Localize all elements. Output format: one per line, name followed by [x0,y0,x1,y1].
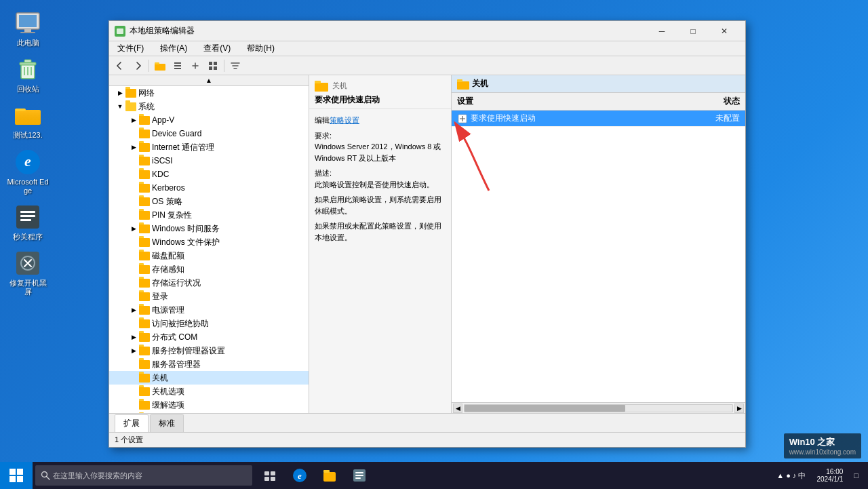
watermark-url: www.win10xitong.com [789,448,856,456]
taskbar-taskview-button[interactable] [258,463,282,488]
taskbar-search-box[interactable]: 在这里输入你要搜索的内容 [35,465,252,486]
tree-toggle-power[interactable]: ▶ [128,305,139,315]
desktop-icon-edge[interactable]: e Microsoft Edge [3,146,52,198]
maximize-button[interactable]: □ [677,21,709,41]
taskbar-pinned-apps: e [252,463,377,488]
tree-label-pin: PIN 复杂性 [152,210,192,221]
tree-item-access-denied[interactable]: ▶ 访问被拒绝协助 [109,317,309,330]
tree-item-disk-quota[interactable]: ▶ 磁盘配额 [109,249,309,262]
minimize-button[interactable]: ─ [646,21,677,41]
close-button[interactable]: ✕ [709,21,740,41]
svg-rect-22 [117,28,123,34]
tree-item-recovery[interactable]: ▶ 恢复 [109,412,309,413]
tree-folder-icon-kerberos [139,184,150,193]
toolbar-link-button[interactable] [187,58,203,74]
tray-notification[interactable]: □ [850,470,863,481]
desktop-icon-app[interactable]: 秒关程序 [3,201,52,244]
tree-item-dcom[interactable]: ▶ 分布式 COM [109,330,309,344]
svg-rect-51 [355,477,361,479]
tree-item-os-policy[interactable]: ▶ OS 策略 [109,195,309,208]
tree-panel[interactable]: ▲ ▶ 网络 ▼ 系统 ▶ App-V [109,75,309,413]
policy-edit-link[interactable]: 策略设置 [330,116,359,124]
tree-toggle-internet[interactable]: ▶ [128,142,139,153]
taskbar-explorer-icon[interactable] [317,463,342,488]
menu-file[interactable]: 文件(F) [112,41,149,56]
desktop-icon-my-computer[interactable]: 此电脑 [3,7,52,50]
tree-item-pin[interactable]: ▶ PIN 复杂性 [109,208,309,222]
desktop-icon-recover[interactable]: 修复开机黑屏 [3,247,52,299]
tree-item-scm[interactable]: ▶ 服务控制管理器设置 [109,344,309,357]
tree-item-file-protection[interactable]: ▶ Windows 文件保护 [109,235,309,249]
desktop-icon-recycle-bin[interactable]: 回收站 [3,53,52,96]
tree-scroll-up[interactable]: ▲ [109,75,309,86]
tree-item-appv[interactable]: ▶ App-V [109,113,309,127]
svg-rect-25 [174,62,181,64]
toolbar-list-button[interactable] [170,58,186,74]
tree-item-device-guard[interactable]: ▶ Device Guard [109,127,309,140]
svg-line-39 [47,477,50,480]
tree-item-system[interactable]: ▼ 系统 [109,100,309,113]
tree-item-mitigation[interactable]: ▶ 缓解选项 [109,398,309,412]
toolbar-grid-button[interactable] [205,58,221,74]
tree-item-storage-sense[interactable]: ▶ 存储感知 [109,262,309,276]
taskbar-app2-icon[interactable] [347,463,372,488]
bottom-area: 扩展 标准 1 个设置 [109,413,745,447]
tree-folder-icon-power [139,306,150,315]
tree-item-power[interactable]: ▶ 电源管理 [109,303,309,317]
right-panel-scrollbar[interactable]: ◀ ▶ [452,402,745,413]
tree-item-network[interactable]: ▶ 网络 [109,86,309,100]
toolbar-forward-button[interactable] [130,58,146,74]
tree-item-storage-health[interactable]: ▶ 存储运行状况 [109,276,309,290]
toolbar-folder-button[interactable] [152,58,168,74]
tree-toggle-system[interactable]: ▼ [115,101,125,112]
tab-standard[interactable]: 标准 [150,414,184,432]
taskbar-edge-icon[interactable]: e [288,463,312,488]
tray-clock: ▲ ● ♪ 中 [772,469,810,482]
tree-item-login[interactable]: ▶ 登录 [109,290,309,303]
tree-toggle-scm[interactable]: ▶ [128,345,139,356]
toolbar-filter-button[interactable] [227,58,243,74]
taskbar-search-placeholder: 在这里输入你要搜索的内容 [53,471,142,481]
scroll-left-button[interactable]: ◀ [453,404,462,413]
toolbar-back-button[interactable] [112,58,128,74]
right-panel-content[interactable]: 要求使用快速启动 未配置 [452,111,745,256]
tree-label-iscsi: iSCSI [152,156,173,165]
tree-folder-icon-disk-quota [139,252,150,260]
tree-folder-icon-storage-health [139,279,150,288]
menu-view[interactable]: 查看(V) [198,41,236,56]
tree-label-time-service: Windows 时间服务 [152,223,220,235]
window-title-text: 本地组策略编辑器 [130,25,646,37]
tree-toggle-time-service[interactable]: ▶ [128,223,139,234]
window-controls: ─ □ ✕ [646,21,740,41]
policy-row-status-fast-startup: 未配置 [686,113,740,124]
svg-rect-50 [355,475,363,476]
desktop-icon-folder-label: 测试123. [13,131,42,140]
tree-item-shutdown-options[interactable]: ▶ 关机选项 [109,385,309,398]
tree-item-server-manager[interactable]: ▶ 服务器管理器 [109,357,309,371]
tree-item-iscsi[interactable]: ▶ iSCSI [109,154,309,168]
tree-toggle-network[interactable]: ▶ [115,87,125,98]
desktop-icon-folder[interactable]: 测试123. [3,99,52,142]
tree-item-kdc[interactable]: ▶ KDC [109,168,309,181]
desktop-icon-app-label: 秒关程序 [13,233,43,241]
policy-row-fast-startup[interactable]: 要求使用快速启动 未配置 [452,111,745,127]
window-title-icon [115,26,125,37]
tree-item-time-service[interactable]: ▶ Windows 时间服务 [109,222,309,235]
tray-time-date: 16:00 2024/1/1 [812,467,847,484]
start-button[interactable] [0,462,33,489]
tree-label-mitigation: 缓解选项 [152,399,184,411]
menu-action[interactable]: 操作(A) [155,41,193,56]
tree-item-kerberos[interactable]: ▶ Kerberos [109,181,309,195]
tree-folder-icon-mitigation [139,401,150,410]
tree-item-shutdown[interactable]: ▶ 关机 [109,371,309,385]
tree-toggle-dcom[interactable]: ▶ [128,332,139,343]
policy-if-enabled-text: 如果启用此策略设置，则系统需要启用休眠模式。 [315,194,446,216]
desktop-icon-my-computer-label: 此电脑 [17,39,39,47]
tree-toggle-appv[interactable]: ▶ [128,115,139,125]
win10-watermark: Win10 之家 www.win10xitong.com [784,433,861,458]
scroll-right-button[interactable]: ▶ [734,404,744,413]
horizontal-scrollbar-track[interactable] [464,404,733,412]
tree-item-internet[interactable]: ▶ Internet 通信管理 [109,140,309,154]
tab-expand[interactable]: 扩展 [115,414,149,433]
menu-help[interactable]: 帮助(H) [241,41,280,56]
